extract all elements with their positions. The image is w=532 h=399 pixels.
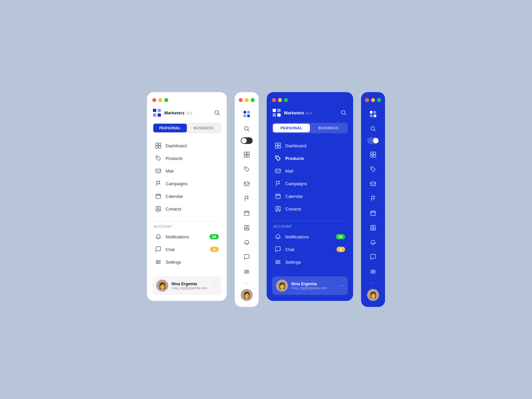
nav-item-mail-light[interactable]: Mail (152, 165, 221, 177)
svg-rect-23 (247, 152, 249, 154)
svg-rect-56 (370, 152, 373, 154)
nav-label-notifications-light: Notifications (166, 234, 205, 239)
settings-icon-collapsed-dark[interactable] (367, 266, 379, 278)
tab-personal-light[interactable]: PERSONAL (153, 124, 187, 132)
bell-icon-collapsed-light[interactable] (241, 236, 253, 248)
svg-rect-2 (153, 113, 156, 117)
search-button-light[interactable] (213, 108, 221, 117)
svg-rect-58 (370, 155, 373, 157)
svg-point-33 (245, 273, 246, 274)
nav-item-products-light[interactable]: Products (152, 152, 221, 165)
settings-icon-collapsed-light[interactable] (241, 266, 253, 278)
window-dots-2 (239, 98, 255, 102)
nav-item-products-dark[interactable]: Products (272, 152, 348, 165)
mail-icon-collapsed-light[interactable] (241, 178, 253, 190)
nav-item-calendar-dark[interactable]: Calendar (272, 190, 348, 202)
toggle-dark[interactable] (367, 137, 379, 144)
search-icon-collapsed-light[interactable] (241, 123, 253, 135)
search-icon-collapsed-dark[interactable] (367, 123, 379, 135)
tab-personal-dark[interactable]: PERSONAL (273, 124, 310, 132)
user-card-dark[interactable]: 👩 Nina Ergemla nina_erg@ergemla.com ··· (272, 276, 348, 295)
flag-icon-light (155, 180, 162, 187)
nav-label-contacts-light: Conacts (166, 206, 219, 211)
toggle-light[interactable] (241, 137, 253, 144)
nav-main-light: Dashboard Products (152, 139, 221, 215)
svg-rect-1 (158, 109, 161, 112)
svg-rect-20 (247, 115, 250, 117)
nav-item-dashboard-dark[interactable]: Dashboard (272, 139, 348, 152)
svg-point-32 (247, 271, 248, 272)
chat-icon-collapsed-dark[interactable] (367, 251, 379, 263)
search-button-dark[interactable] (339, 108, 348, 117)
calendar-icon-collapsed-light[interactable] (241, 207, 253, 219)
svg-rect-10 (156, 169, 161, 173)
dot-green-2 (251, 98, 255, 102)
more-dots-collapsed-light[interactable]: ··· (245, 280, 249, 286)
dot-green-3 (284, 98, 288, 102)
nav-item-chat-dark[interactable]: Chat 8 (272, 243, 348, 256)
app-name-light: Marketerz v1.0 (164, 110, 192, 116)
svg-rect-35 (277, 109, 281, 112)
user-card-light[interactable]: 👩 Nina Ergemla nina_erg@ergemla.com ··· (152, 276, 221, 295)
svg-point-13 (158, 207, 159, 209)
dot-yellow-4 (371, 98, 375, 102)
user-email-dark: nina_erg@ergemla.com (291, 286, 336, 290)
nav-label-products-dark: Products (285, 156, 345, 161)
svg-rect-37 (277, 113, 281, 117)
nav-item-mail-dark[interactable]: Mail (272, 165, 348, 177)
svg-point-16 (157, 263, 158, 264)
page-wrapper: Marketerz v1.0 PERSONAL BUSINESS (134, 79, 398, 320)
bell-icon-light (155, 233, 162, 240)
svg-rect-5 (156, 143, 158, 145)
svg-rect-52 (374, 111, 376, 114)
svg-rect-59 (373, 155, 376, 157)
more-dots-collapsed-dark[interactable]: ··· (371, 280, 375, 286)
nav-item-contacts-light[interactable]: Conacts (152, 202, 221, 215)
svg-rect-40 (278, 143, 281, 145)
avatar-collapsed-dark[interactable]: 👩 (367, 289, 379, 301)
user-more-light: ··· (213, 283, 217, 289)
nav-item-chat-light[interactable]: Chat 8 (152, 243, 221, 256)
logo-area-dark: Marketerz v1.0 (272, 108, 312, 117)
contact-icon-collapsed-light[interactable] (241, 222, 253, 234)
dot-yellow (158, 98, 162, 102)
bell-icon-collapsed-dark[interactable] (367, 236, 379, 248)
svg-point-67 (372, 273, 373, 274)
svg-point-43 (277, 157, 277, 158)
tag-icon-collapsed-light[interactable] (241, 163, 253, 175)
divider-light (152, 221, 221, 221)
nav-item-settings-dark[interactable]: Settings (272, 256, 348, 268)
svg-point-55 (371, 127, 375, 130)
tab-business-dark[interactable]: BUSINESS (310, 124, 347, 132)
nav-item-calendar-light[interactable]: Calendar (152, 190, 221, 202)
logo-icon-collapsed-dark (367, 108, 379, 120)
user-footer-dark: 👩 Nina Ergemla nina_erg@ergemla.com ··· (272, 271, 348, 295)
svg-point-31 (245, 270, 246, 271)
contact-icon-collapsed-dark[interactable] (367, 222, 379, 234)
svg-rect-28 (244, 211, 249, 215)
header-dark: Marketerz v1.0 (272, 108, 348, 117)
mail-icon-collapsed-dark[interactable] (367, 178, 379, 190)
grid-icon-collapsed-light[interactable] (241, 149, 253, 161)
nav-item-notifications-light[interactable]: Notifications 24 (152, 230, 221, 243)
nav-item-notifications-dark[interactable]: Notifications 24 (272, 230, 348, 243)
tag-icon-collapsed-dark[interactable] (367, 163, 379, 175)
nav-item-contacts-dark[interactable]: Conacts (272, 202, 348, 215)
avatar-collapsed-light[interactable]: 👩 (241, 289, 253, 301)
flag-icon-collapsed-light[interactable] (241, 193, 253, 204)
nav-item-campaigns-light[interactable]: Campaigns (152, 177, 221, 190)
grid-icon-collapsed-dark[interactable] (367, 149, 379, 161)
chat-icon-collapsed-light[interactable] (241, 251, 253, 263)
svg-point-65 (372, 270, 373, 271)
svg-rect-6 (159, 143, 161, 145)
flag-icon-collapsed-dark[interactable] (367, 193, 379, 204)
svg-point-66 (374, 271, 375, 272)
nav-item-dashboard-light[interactable]: Dashboard (152, 139, 221, 152)
svg-point-26 (245, 168, 246, 169)
nav-label-calendar-dark: Calendar (285, 194, 345, 199)
tab-business-light[interactable]: BUSINESS (187, 124, 220, 132)
calendar-icon-collapsed-dark[interactable] (367, 207, 379, 219)
svg-rect-42 (278, 146, 281, 148)
nav-item-settings-light[interactable]: Settings (152, 256, 221, 268)
nav-item-campaigns-dark[interactable]: Campaigns (272, 177, 348, 190)
